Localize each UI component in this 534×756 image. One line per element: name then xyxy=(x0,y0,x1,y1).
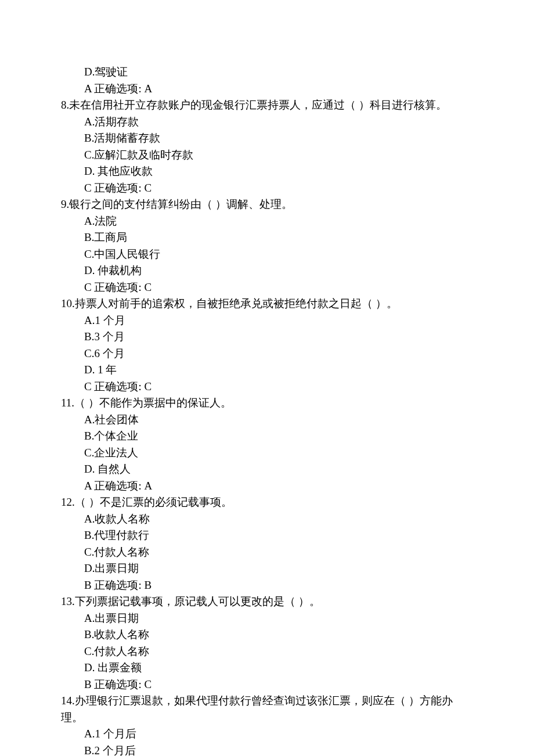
option-line: A.收款人名称 xyxy=(61,511,470,528)
question-line: 13.下列票据记载事项，原记载人可以更改的是（ ）。 xyxy=(61,593,470,610)
option-line: D. 出票金额 xyxy=(61,660,470,676)
option-line: D. 自然人 xyxy=(61,461,470,478)
option-line: D. 1 年 xyxy=(61,362,470,379)
document-page: D.驾驶证A 正确选项: A8.未在信用社开立存款账户的现金银行汇票持票人，应通… xyxy=(0,0,534,756)
option-line: D.出票日期 xyxy=(61,560,470,577)
question-line: 14.办理银行汇票退款，如果代理付款行曾经查询过该张汇票，则应在（ ）方能办理。 xyxy=(61,693,470,726)
option-line: A.1 个月 xyxy=(61,312,470,329)
option-line: B 正确选项: B xyxy=(61,577,470,594)
option-line: B.3 个月 xyxy=(61,329,470,345)
option-line: A.活期存款 xyxy=(61,114,470,131)
option-line: B.2 个月后 xyxy=(61,743,470,757)
option-line: B.个体企业 xyxy=(61,428,470,445)
option-line: C.应解汇款及临时存款 xyxy=(61,147,470,164)
option-line: A.法院 xyxy=(61,213,470,230)
content-block: D.驾驶证A 正确选项: A8.未在信用社开立存款账户的现金银行汇票持票人，应通… xyxy=(61,64,470,756)
option-line: A 正确选项: A xyxy=(61,478,470,495)
option-line: B.工商局 xyxy=(61,229,470,246)
option-line: C.付款人名称 xyxy=(61,643,470,660)
option-line: B.收款人名称 xyxy=(61,627,470,643)
question-line: 9.银行之间的支付结算纠纷由（ ）调解、处理。 xyxy=(61,196,470,213)
option-line: C 正确选项: C xyxy=(61,379,470,395)
question-line: 11.（ ）不能作为票据中的保证人。 xyxy=(61,395,470,412)
option-line: C.6 个月 xyxy=(61,345,470,362)
option-line: C 正确选项: C xyxy=(61,180,470,197)
option-line: A.社会团体 xyxy=(61,412,470,429)
option-line: A 正确选项: A xyxy=(61,81,470,98)
question-line: 10.持票人对前手的追索权，自被拒绝承兑或被拒绝付款之日起（ ）。 xyxy=(61,296,470,312)
option-line: B 正确选项: C xyxy=(61,676,470,693)
question-line: 12.（ ）不是汇票的必须记载事项。 xyxy=(61,494,470,511)
option-line: C.中国人民银行 xyxy=(61,246,470,263)
option-line: A.1 个月后 xyxy=(61,726,470,743)
option-line: B.活期储蓄存款 xyxy=(61,130,470,147)
option-line: D. 仲裁机构 xyxy=(61,262,470,279)
option-line: D.驾驶证 xyxy=(61,64,470,81)
option-line: A.出票日期 xyxy=(61,610,470,627)
question-line: 8.未在信用社开立存款账户的现金银行汇票持票人，应通过（ ）科目进行核算。 xyxy=(61,97,470,114)
option-line: C 正确选项: C xyxy=(61,279,470,296)
option-line: D. 其他应收款 xyxy=(61,163,470,180)
option-line: C.付款人名称 xyxy=(61,544,470,561)
option-line: C.企业法人 xyxy=(61,445,470,462)
option-line: B.代理付款行 xyxy=(61,527,470,544)
